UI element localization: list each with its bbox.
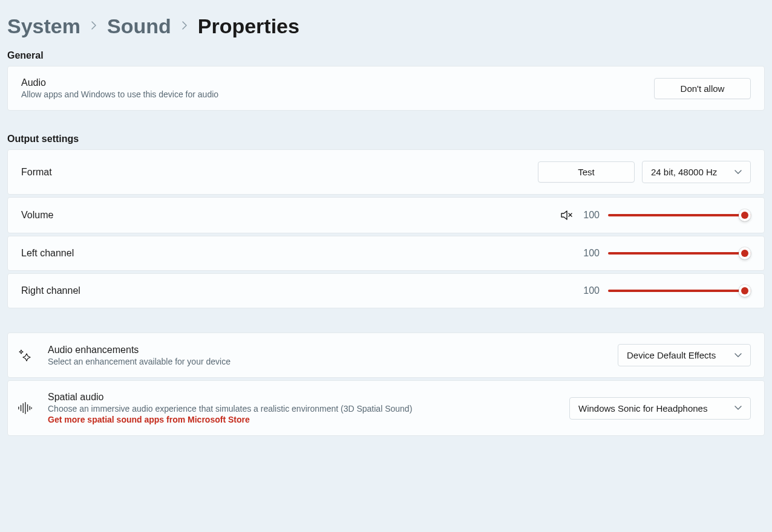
audio-subtitle: Allow apps and Windows to use this devic… [21, 89, 218, 99]
section-header-output: Output settings [7, 126, 765, 149]
spatial-store-link[interactable]: Get more spatial sound apps from Microso… [48, 415, 412, 424]
slider-track [608, 252, 751, 255]
soundwave-icon [18, 401, 32, 415]
format-dropdown[interactable]: 24 bit, 48000 Hz [642, 161, 751, 183]
format-value: 24 bit, 48000 Hz [651, 167, 717, 177]
chevron-down-icon [734, 169, 742, 176]
slider-track [608, 214, 751, 216]
sparkle-icon [18, 348, 32, 363]
section-header-general: General [7, 43, 765, 66]
volume-title: Volume [21, 210, 53, 221]
breadcrumb-properties: Properties [198, 15, 299, 38]
mute-icon[interactable] [560, 209, 573, 222]
card-right-channel: Right channel 100 [7, 273, 765, 308]
enhancements-subtitle: Select an enhancement available for your… [48, 357, 231, 366]
enhancements-dropdown[interactable]: Device Default Effects [618, 344, 751, 366]
slider-thumb[interactable] [739, 209, 751, 221]
enhancements-title: Audio enhancements [48, 345, 231, 355]
left-channel-title: Left channel [21, 248, 74, 259]
chevron-down-icon [734, 404, 742, 412]
spatial-dropdown[interactable]: Windows Sonic for Headphones [569, 397, 751, 420]
left-channel-value: 100 [581, 248, 600, 259]
card-spatial-audio: Spatial audio Choose an immersive audio … [7, 380, 765, 436]
card-format: Format Test 24 bit, 48000 Hz [7, 149, 765, 195]
slider-thumb[interactable] [739, 285, 751, 297]
card-audio: Audio Allow apps and Windows to use this… [7, 66, 765, 111]
left-channel-slider[interactable] [608, 247, 751, 259]
spatial-title: Spatial audio [48, 392, 412, 403]
card-left-channel: Left channel 100 [7, 236, 765, 271]
volume-value: 100 [581, 210, 600, 221]
enhancements-value: Device Default Effects [627, 350, 716, 360]
test-button[interactable]: Test [538, 161, 635, 183]
right-channel-slider[interactable] [608, 285, 751, 297]
right-channel-title: Right channel [21, 285, 80, 296]
right-channel-value: 100 [581, 285, 600, 296]
slider-thumb[interactable] [739, 247, 751, 259]
volume-slider[interactable] [608, 209, 751, 221]
spatial-subtitle: Choose an immersive audio experience tha… [48, 404, 412, 414]
format-title: Format [21, 167, 52, 178]
audio-title: Audio [21, 77, 218, 88]
dont-allow-button[interactable]: Don't allow [654, 78, 751, 99]
chevron-right-icon [90, 19, 97, 33]
chevron-down-icon [734, 352, 742, 359]
chevron-right-icon [181, 19, 188, 33]
card-volume: Volume 100 [7, 197, 765, 233]
spatial-value: Windows Sonic for Headphones [578, 403, 707, 414]
breadcrumb-sound[interactable]: Sound [107, 15, 171, 38]
breadcrumb-system[interactable]: System [7, 15, 80, 38]
slider-track [608, 290, 751, 292]
breadcrumb: System Sound Properties [7, 0, 765, 43]
card-audio-enhancements: Audio enhancements Select an enhancement… [7, 332, 765, 378]
